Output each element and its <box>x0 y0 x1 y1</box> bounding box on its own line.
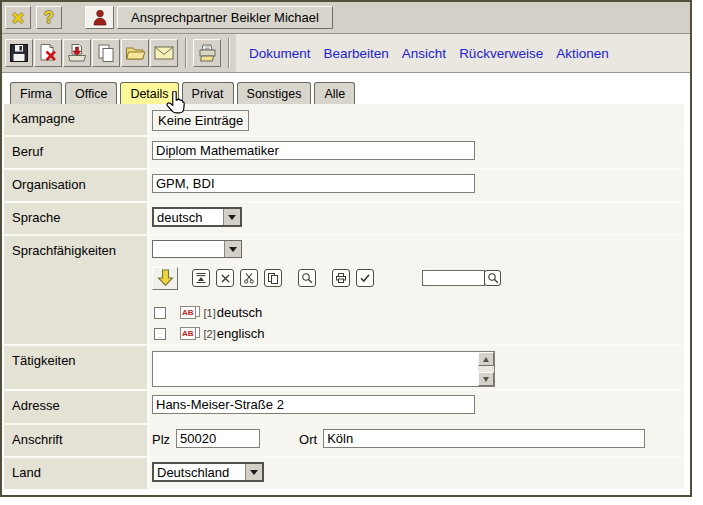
anschrift-label: Anschrift <box>4 425 150 456</box>
tab-bar: Firma Office Details Privat Sonstiges Al… <box>2 73 690 104</box>
language-search-button[interactable] <box>484 270 501 286</box>
delete-document-button[interactable] <box>34 39 62 67</box>
print-list-button[interactable] <box>332 269 350 287</box>
triangle-down-icon <box>483 377 489 385</box>
ab-marker: AB <box>180 306 196 319</box>
scroll-down-button[interactable] <box>478 372 494 386</box>
beruf-value-cell <box>150 137 684 168</box>
row-sprachfaehigkeiten: Sprachfähigkeiten <box>4 236 684 346</box>
person-icon <box>92 9 108 27</box>
tab-firma[interactable]: Firma <box>10 82 62 104</box>
tab-details[interactable]: Details <box>120 82 178 104</box>
menu-ansicht[interactable]: Ansicht <box>402 46 446 61</box>
taetigkeiten-textarea[interactable] <box>152 351 495 387</box>
entry-number: [2] <box>204 328 216 340</box>
save-icon <box>8 42 30 64</box>
sprache-select[interactable]: deutsch <box>152 207 242 227</box>
anschrift-value-cell: Plz Ort <box>150 425 684 456</box>
list-item: AB [2] englisch <box>154 323 684 344</box>
deutsch-checkbox[interactable] <box>154 307 166 319</box>
adresse-value-cell <box>150 391 684 423</box>
checkin-icon <box>66 42 88 64</box>
mail-button[interactable] <box>150 39 178 67</box>
sprache-dropdown-button[interactable] <box>223 209 240 225</box>
land-label: Land <box>4 458 150 489</box>
menu-bearbeiten[interactable]: Bearbeiten <box>324 46 389 61</box>
sprachfaehigkeiten-selected-value <box>153 241 224 257</box>
row-beruf: Beruf <box>4 137 684 170</box>
land-select[interactable]: Deutschland <box>152 462 264 482</box>
englisch-checkbox[interactable] <box>154 328 166 340</box>
land-value-cell: Deutschland <box>150 458 684 489</box>
menu-dokument[interactable]: Dokument <box>249 46 311 61</box>
kampagne-button[interactable]: Keine Einträge <box>152 110 249 131</box>
menu-rueckverweise[interactable]: Rückverweise <box>459 46 543 61</box>
menu-aktionen[interactable]: Aktionen <box>556 46 609 61</box>
row-adresse: Adresse <box>4 391 684 425</box>
help-button[interactable]: ? <box>36 6 62 29</box>
go-to-top-icon <box>195 272 207 284</box>
land-dropdown-button[interactable] <box>245 464 262 480</box>
row-organisation: Organisation <box>4 170 684 203</box>
ort-input[interactable] <box>323 429 645 448</box>
app-window: ? Ansprechpartner Beikler Michael <box>0 0 692 497</box>
scroll-up-button[interactable] <box>478 352 494 366</box>
sprachfaehigkeiten-select[interactable] <box>152 240 242 258</box>
magnifier-icon <box>301 272 313 284</box>
cut-button[interactable] <box>240 269 258 287</box>
close-button[interactable] <box>5 6 31 29</box>
remove-entry-button[interactable] <box>216 269 234 287</box>
ab-marker: AB <box>180 327 196 340</box>
organisation-label: Organisation <box>4 170 150 201</box>
taetigkeiten-label: Tätigkeiten <box>4 346 150 389</box>
sprache-value-cell: deutsch <box>150 203 684 234</box>
organisation-input[interactable] <box>152 174 475 193</box>
land-selected-value: Deutschland <box>154 464 245 480</box>
lookup-button[interactable] <box>298 269 316 287</box>
row-anschrift: Anschrift Plz Ort <box>4 425 684 458</box>
language-search-input[interactable] <box>422 270 485 286</box>
language-list: AB [1] deutsch AB [2] englisch <box>152 302 684 344</box>
tab-office[interactable]: Office <box>65 82 117 104</box>
save-button[interactable] <box>5 39 33 67</box>
print-button[interactable] <box>193 39 221 67</box>
sprachfaehigkeiten-value-cell: AB [1] deutsch AB [2] englisch <box>150 236 684 344</box>
plz-input[interactable] <box>176 429 260 448</box>
magnifier-icon <box>487 272 499 284</box>
down-arrow-icon <box>157 269 174 287</box>
tab-alle-label: Alle <box>324 87 345 101</box>
tab-alle[interactable]: Alle <box>314 82 355 104</box>
ort-label: Ort <box>299 432 317 447</box>
copy-entry-button[interactable] <box>264 269 282 287</box>
sprache-label: Sprache <box>4 203 150 234</box>
text-field-icon: AB <box>180 327 200 340</box>
chevron-down-icon <box>228 215 236 224</box>
copy-button[interactable] <box>92 39 120 67</box>
toolbar-separator <box>185 38 187 68</box>
organisation-value-cell <box>150 170 684 201</box>
beruf-label: Beruf <box>4 137 150 168</box>
go-to-top-button[interactable] <box>192 269 210 287</box>
entry-name: englisch <box>217 326 265 341</box>
beruf-input[interactable] <box>152 141 475 160</box>
textarea-scrollbar[interactable] <box>478 352 494 386</box>
tab-privat[interactable]: Privat <box>182 82 234 104</box>
mail-icon <box>153 42 175 64</box>
tab-sonstiges[interactable]: Sonstiges <box>237 82 312 104</box>
x-icon <box>220 273 231 284</box>
ab-marker-box <box>196 327 200 338</box>
entry-name: deutsch <box>217 305 263 320</box>
copy-icon <box>267 272 279 284</box>
toolbar-separator <box>228 38 230 68</box>
confirm-button[interactable] <box>356 269 374 287</box>
open-folder-button[interactable] <box>121 39 149 67</box>
chevron-down-icon <box>250 470 258 479</box>
contact-type-button[interactable] <box>85 6 114 29</box>
checkin-button[interactable] <box>63 39 91 67</box>
adresse-input[interactable] <box>152 395 475 414</box>
kampagne-value-cell: Keine Einträge <box>150 104 684 135</box>
sprachfaehigkeiten-dropdown-button[interactable] <box>224 241 241 257</box>
add-language-button[interactable] <box>152 267 178 290</box>
delete-document-icon <box>37 42 59 64</box>
list-item: AB [1] deutsch <box>154 302 684 323</box>
